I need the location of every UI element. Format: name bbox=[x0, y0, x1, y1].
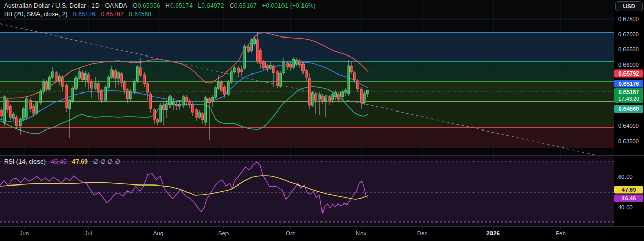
candle-body bbox=[114, 71, 117, 78]
time-axis-label: Aug bbox=[153, 230, 163, 236]
candle-body bbox=[10, 106, 12, 117]
candle-body bbox=[299, 61, 301, 65]
bb-indicator-header[interactable]: BB (20, SMA, close, 2) 0.65176 0.65792 0… bbox=[4, 11, 151, 18]
interval-label[interactable]: 1D bbox=[91, 2, 100, 9]
candle-body bbox=[101, 91, 103, 100]
open-label: O bbox=[132, 2, 137, 9]
price-badge: 0.6516717:43:20 bbox=[614, 88, 643, 103]
price-axis-label: 0.67500 bbox=[618, 16, 644, 22]
candle-body bbox=[75, 78, 78, 88]
candle-body bbox=[124, 82, 126, 90]
candle-body bbox=[176, 104, 178, 106]
candle-body bbox=[367, 90, 369, 94]
time-axis-label: Nov bbox=[356, 230, 366, 236]
price-axis-label: 0.66500 bbox=[618, 46, 644, 52]
candle-body bbox=[81, 73, 84, 80]
candle-body bbox=[282, 62, 285, 73]
candle-body bbox=[71, 88, 74, 101]
candle-body bbox=[354, 73, 356, 80]
candle-body bbox=[94, 83, 97, 88]
candle-body bbox=[289, 64, 292, 67]
bb-lower-value: 0.64560 bbox=[129, 11, 151, 18]
close-value: 0.65167 bbox=[234, 2, 257, 9]
candle-body bbox=[351, 66, 353, 72]
candle-body bbox=[208, 99, 211, 103]
candle-body bbox=[198, 113, 201, 117]
exchange-label[interactable]: OANDA bbox=[105, 2, 127, 9]
candle-body bbox=[347, 66, 350, 94]
price-zone bbox=[0, 101, 614, 127]
candle-body bbox=[296, 60, 298, 64]
candle-body bbox=[328, 97, 331, 102]
candle-body bbox=[185, 97, 188, 102]
candle-body bbox=[309, 78, 311, 105]
candle-body bbox=[224, 87, 226, 94]
rsi-ma-value: 47.69 bbox=[72, 158, 88, 165]
candle-body bbox=[13, 114, 15, 118]
candle-body bbox=[55, 73, 58, 80]
candle-body bbox=[305, 71, 308, 77]
candle-body bbox=[85, 73, 87, 80]
candle-body bbox=[182, 97, 185, 105]
bb-upper-value: 0.65792 bbox=[101, 11, 124, 18]
candle-body bbox=[107, 77, 110, 87]
candle-body bbox=[325, 97, 327, 101]
candle-body bbox=[169, 97, 172, 104]
high-label: H bbox=[165, 2, 170, 9]
low-value: 0.64972 bbox=[201, 2, 224, 9]
rsi-indicator-header[interactable]: RSI (14, close) 46.46 47.69 ∅ ∅ ∅ ∅ bbox=[4, 158, 120, 165]
rsi-value: 46.46 bbox=[51, 158, 67, 165]
candle-body bbox=[120, 74, 123, 82]
candle-body bbox=[42, 81, 45, 91]
candle-body bbox=[214, 88, 217, 97]
candle-body bbox=[68, 100, 71, 109]
candle-body bbox=[321, 96, 324, 101]
rsi-axis-label: 60.00 bbox=[618, 174, 644, 180]
candle-body bbox=[39, 91, 42, 103]
candle-body bbox=[231, 72, 233, 82]
currency-button[interactable]: USD bbox=[615, 1, 643, 11]
time-axis-label: 2026 bbox=[486, 230, 500, 236]
time-axis-label: Sep bbox=[218, 230, 229, 236]
candle-body bbox=[338, 94, 340, 99]
candle-body bbox=[195, 110, 198, 117]
candle-body bbox=[78, 72, 81, 78]
candle-body bbox=[35, 103, 38, 113]
bb-indicator-title[interactable]: BB (20, SMA, close, 2) bbox=[4, 11, 68, 18]
candle-body bbox=[279, 73, 282, 86]
candle-body bbox=[364, 94, 366, 103]
candle-body bbox=[228, 82, 230, 94]
candle-body bbox=[240, 70, 243, 72]
candle-body bbox=[201, 114, 204, 120]
price-badge: 0.65176 bbox=[614, 80, 643, 88]
candle-body bbox=[312, 93, 314, 105]
candle-body bbox=[127, 90, 129, 99]
candle-body bbox=[361, 89, 363, 103]
chart-canvas[interactable] bbox=[0, 0, 644, 241]
candle-body bbox=[315, 94, 317, 100]
symbol-title[interactable]: Australian Dollar / U.S. Dollar bbox=[4, 2, 86, 9]
time-axis-label: Oct bbox=[286, 230, 295, 236]
rsi-badge: 47.69 bbox=[614, 186, 643, 194]
candle-body bbox=[273, 66, 275, 73]
candle-body bbox=[357, 81, 359, 89]
candle-body bbox=[247, 47, 250, 51]
rsi-badge: 46.46 bbox=[614, 195, 643, 202]
candle-body bbox=[331, 95, 334, 100]
price-zone bbox=[0, 32, 614, 61]
candle-body bbox=[292, 59, 295, 67]
trading-chart-window: Australian Dollar / U.S. Dollar · 1D · O… bbox=[0, 0, 644, 241]
candle-body bbox=[117, 73, 120, 78]
candle-body bbox=[153, 110, 156, 119]
candle-body bbox=[137, 67, 139, 81]
rsi-indicator-title[interactable]: RSI (14, close) bbox=[4, 158, 46, 165]
candle-body bbox=[192, 104, 194, 112]
candle-body bbox=[260, 50, 262, 63]
price-badge: 0.65792 bbox=[614, 70, 643, 78]
candle-body bbox=[253, 39, 256, 44]
candle-body bbox=[334, 92, 337, 97]
candle-body bbox=[45, 82, 48, 89]
candle-body bbox=[20, 119, 22, 126]
candle-body bbox=[156, 120, 159, 122]
candle-body bbox=[59, 76, 61, 80]
